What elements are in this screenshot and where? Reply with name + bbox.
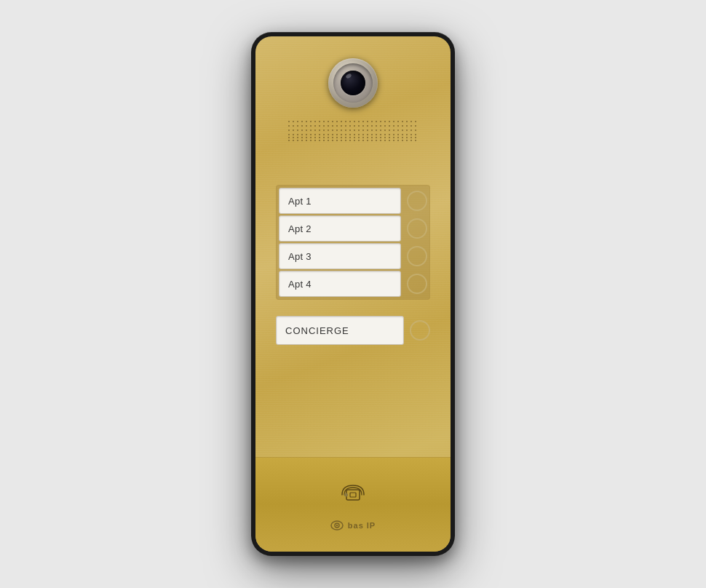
grille-dot — [410, 134, 412, 135]
grille-dot — [301, 125, 303, 127]
apt4-row: Apt 4 — [279, 271, 427, 297]
grille-dot — [415, 125, 416, 127]
grille-dot — [328, 130, 329, 131]
concierge-section: CONCIERGE — [255, 316, 451, 345]
grille-dot — [341, 130, 342, 131]
grille-dot — [345, 121, 346, 122]
grille-dot — [328, 137, 329, 138]
grille-dot — [319, 134, 320, 135]
grille-dot — [349, 130, 351, 131]
grille-dot — [384, 125, 386, 127]
grille-dot — [288, 137, 290, 138]
grille-dot — [389, 134, 390, 135]
grille-dot — [406, 130, 408, 131]
apt2-call-button[interactable] — [407, 218, 427, 239]
grille-dot — [376, 130, 377, 131]
grille-dot — [393, 125, 394, 127]
grille-dot — [376, 137, 377, 138]
grille-dot — [415, 134, 416, 135]
grille-dot — [345, 130, 346, 131]
grille-dot — [310, 140, 312, 141]
rfid-container — [336, 478, 370, 512]
grille-dot — [341, 134, 342, 135]
grille-dot — [358, 140, 360, 141]
apt2-button[interactable]: Apt 2 — [279, 215, 401, 242]
grille-dot — [371, 134, 373, 135]
grille-dot — [389, 137, 390, 138]
device-panel: // Generate dots inline document.addEven… — [255, 36, 451, 552]
grille-dot — [297, 137, 298, 138]
camera-lens — [341, 71, 365, 95]
grille-dot — [306, 140, 307, 141]
grille-dot — [332, 121, 333, 122]
grille-dot — [367, 121, 368, 122]
grille-dot — [310, 130, 312, 131]
grille-dot — [293, 125, 294, 127]
grille-dot — [367, 125, 368, 127]
bottom-section: bas IP — [255, 457, 451, 552]
brand-logo: bas IP — [330, 520, 376, 531]
grille-dot — [288, 130, 290, 131]
grille-dot — [319, 140, 320, 141]
grille-dot — [358, 130, 360, 131]
apt4-button[interactable]: Apt 4 — [279, 271, 401, 297]
grille-dot — [393, 121, 394, 122]
grille-dot — [293, 140, 294, 141]
grille-dot — [288, 125, 290, 127]
concierge-call-button[interactable] — [410, 320, 430, 341]
grille-dot — [310, 121, 312, 122]
concierge-button[interactable]: CONCIERGE — [276, 316, 404, 345]
grille-dot — [371, 121, 373, 122]
grille-dot — [332, 134, 333, 135]
grille-dot — [341, 121, 342, 122]
grille-dot — [323, 140, 325, 141]
grille-dot — [389, 125, 390, 127]
apt2-row: Apt 2 — [279, 215, 427, 242]
apt3-button[interactable]: Apt 3 — [279, 243, 401, 269]
grille-dot — [349, 134, 351, 135]
grille-dot — [362, 134, 364, 135]
grille-dot — [332, 137, 333, 138]
grille-dot — [362, 125, 364, 127]
grille-dot — [380, 140, 381, 141]
grille-dot — [310, 134, 312, 135]
grille-dot — [415, 140, 416, 141]
apt3-label: Apt 3 — [288, 251, 312, 262]
svg-rect-1 — [350, 493, 356, 497]
apt3-row: Apt 3 — [279, 243, 427, 269]
grille-dot — [310, 137, 312, 138]
grille-dot — [323, 130, 325, 131]
grille-dots: // Generate dots inline document.addEven… — [288, 121, 418, 141]
brand-name: bas IP — [348, 521, 376, 530]
grille-dot — [332, 140, 333, 141]
grille-dot — [288, 134, 290, 135]
grille-dot — [402, 137, 403, 138]
grille-dot — [301, 140, 303, 141]
grille-dot — [376, 134, 377, 135]
apt-buttons-group: Apt 1 Apt 2 Apt 3 — [276, 185, 430, 300]
apt3-call-button[interactable] — [407, 246, 427, 266]
grille-dot — [380, 121, 381, 122]
grille-dot — [354, 137, 355, 138]
grille-dot — [297, 121, 298, 122]
grille-dot — [293, 121, 294, 122]
grille-dot — [410, 121, 412, 122]
grille-dot — [314, 121, 316, 122]
grille-dot — [293, 134, 294, 135]
grille-dot — [310, 125, 312, 127]
grille-dot — [323, 134, 325, 135]
grille-dot — [297, 130, 298, 131]
apt4-call-button[interactable] — [407, 274, 427, 294]
grille-dot — [371, 140, 373, 141]
grille-dot — [397, 121, 399, 122]
grille-dot — [345, 125, 346, 127]
apt1-call-button[interactable] — [407, 191, 427, 211]
apt1-button[interactable]: Apt 1 — [279, 188, 401, 214]
grille-dot — [367, 137, 368, 138]
grille-dot — [354, 130, 355, 131]
grille-dot — [362, 140, 364, 141]
grille-dot — [397, 125, 399, 127]
grille-dot — [301, 130, 303, 131]
grille-dot — [349, 137, 351, 138]
grille-dot — [301, 134, 303, 135]
